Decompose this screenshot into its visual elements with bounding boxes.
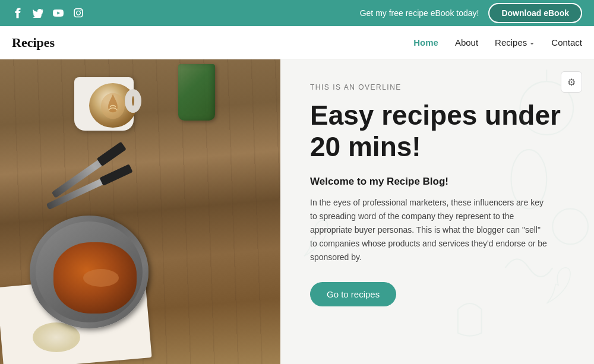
svg-point-4 xyxy=(552,209,588,245)
hero-image xyxy=(0,59,280,364)
site-logo[interactable]: Recipes xyxy=(12,35,55,50)
twitter-icon[interactable] xyxy=(32,7,44,19)
hero-body-text: In the eyes of professional marketers, t… xyxy=(310,196,548,264)
nav-link-home[interactable]: Home xyxy=(413,37,438,48)
ebook-promo-text: Get my free recipe eBook today! xyxy=(360,8,479,18)
nav-link-contact[interactable]: Contact xyxy=(551,37,582,48)
go-to-recipes-button[interactable]: Go to recipes xyxy=(310,282,396,306)
instagram-icon[interactable] xyxy=(72,7,84,19)
cooking-pan xyxy=(12,198,178,352)
nav-link-about[interactable]: About xyxy=(455,37,478,48)
nav-item-about[interactable]: About xyxy=(455,37,478,48)
latte-art xyxy=(98,89,128,122)
nav-item-contact[interactable]: Contact xyxy=(551,37,582,48)
settings-gear-button[interactable]: ⚙ xyxy=(561,71,582,93)
hero-section: ⚙ THIS IS AN OVERLINE Easy recipes under… xyxy=(0,59,594,364)
download-ebook-button[interactable]: Download eBook xyxy=(488,3,582,23)
youtube-icon[interactable] xyxy=(52,7,64,19)
hero-title: Easy recipes under 20 mins! xyxy=(310,100,564,163)
navbar: Recipes Home About Recipes ⌄ Contact xyxy=(0,26,594,59)
gear-icon: ⚙ xyxy=(567,77,576,88)
nav-links: Home About Recipes ⌄ Contact xyxy=(413,37,582,48)
hero-overline: THIS IS AN OVERLINE xyxy=(310,83,564,91)
nav-item-recipes[interactable]: Recipes ⌄ xyxy=(495,37,535,48)
coffee-cup xyxy=(65,65,143,143)
nav-item-home[interactable]: Home xyxy=(413,37,438,48)
green-glass xyxy=(178,59,226,125)
hero-subtitle: Welcome to my Recipe Blog! xyxy=(310,176,564,188)
nav-link-recipes[interactable]: Recipes xyxy=(495,37,527,48)
top-bar: Get my free recipe eBook today! Download… xyxy=(0,0,594,26)
top-bar-right: Get my free recipe eBook today! Download… xyxy=(360,3,582,23)
wood-background xyxy=(0,59,280,364)
facebook-icon[interactable] xyxy=(12,7,24,19)
recipes-dropdown-chevron: ⌄ xyxy=(529,39,535,46)
hero-content: ⚙ THIS IS AN OVERLINE Easy recipes under… xyxy=(280,59,594,364)
social-icons xyxy=(12,7,84,19)
